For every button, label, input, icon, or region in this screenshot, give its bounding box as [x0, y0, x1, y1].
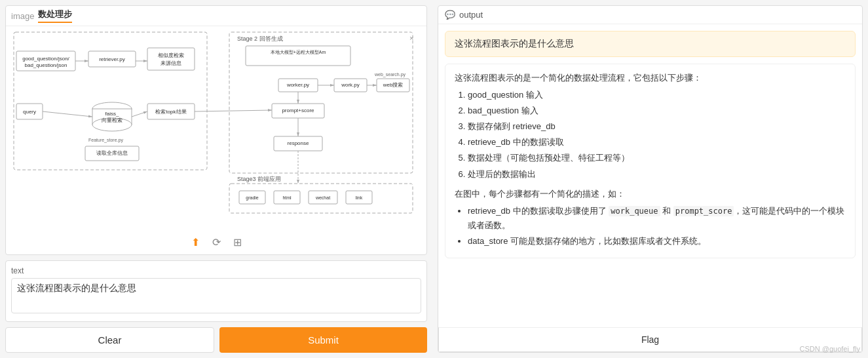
answer-steps: good_question 输入 bad_question 输入 数据存储到 r… [455, 88, 846, 182]
bullet-1: retrieve_db 中的数据读取步骤使用了 work_queue 和 pro… [468, 204, 846, 233]
svg-text:wechat: wechat [315, 195, 330, 200]
svg-text:good_question/json/: good_question/json/ [22, 56, 69, 62]
question-text: 这张流程图表示的是什么意思 [455, 38, 574, 49]
svg-text:html: html [282, 195, 292, 200]
image-content: good_question/json/ bad_question/json re… [6, 26, 426, 254]
button-row: Clear Submit [5, 327, 427, 353]
output-label: output [459, 10, 483, 20]
toolbar-icons: ⬆ ⟳ ⊞ [189, 235, 244, 249]
step-5: 数据处理（可能包括预处理、特征工程等） [468, 151, 846, 165]
svg-text:work.py: work.py [341, 82, 360, 88]
refresh-icon[interactable]: ⟳ [210, 235, 223, 249]
active-tab[interactable]: 数处理步 [38, 9, 72, 23]
output-body[interactable]: 这张流程图表示的是什么意思 这张流程图表示的是一个简化的数据处理流程，它包括以下… [438, 24, 862, 327]
step-1: good_question 输入 [468, 88, 846, 102]
svg-text:来源信息: 来源信息 [160, 60, 181, 66]
svg-line-20 [132, 111, 147, 117]
svg-text:prompt+score: prompt+score [282, 108, 314, 113]
bullet-text-2: data_store 可能是数据存储的地方，比如数据库或者文件系统。 [468, 236, 706, 246]
svg-rect-30 [246, 46, 350, 66]
svg-rect-5 [147, 48, 195, 70]
bullet-2: data_store 可能是数据存储的地方，比如数据库或者文件系统。 [468, 234, 846, 249]
image-area: image 数处理步 good_question/json/ bad_quest… [5, 5, 427, 255]
submit-button[interactable]: Submit [219, 327, 427, 353]
step-4: retrieve_db 中的数据读取 [468, 135, 846, 149]
step-3: 数据存储到 retrieve_db [468, 119, 846, 134]
code-prompt-score: prompt_score [673, 206, 734, 216]
svg-line-43 [195, 110, 272, 111]
svg-text:读取全库信息: 读取全库信息 [96, 150, 128, 156]
svg-text:retriever.py: retriever.py [99, 56, 125, 62]
image-tab[interactable]: image [11, 11, 34, 21]
svg-text:检索topk结果: 检索topk结果 [155, 109, 186, 115]
output-header: 💬 output [438, 6, 862, 24]
answer-intro: 这张流程图表示的是一个简化的数据处理流程，它包括以下步骤： [455, 71, 846, 85]
answer-bubble: 这张流程图表示的是一个简化的数据处理流程，它包括以下步骤： good_quest… [445, 64, 856, 258]
svg-text:Stage 2  回答生成: Stage 2 回答生成 [237, 35, 283, 42]
svg-text:link: link [356, 195, 363, 200]
left-panel: image 数处理步 good_question/json/ bad_quest… [0, 0, 432, 358]
answer-bullets: retrieve_db 中的数据读取步骤使用了 work_queue 和 pro… [455, 204, 846, 249]
bullet-text-1b: 和 [660, 206, 673, 216]
upload-icon[interactable]: ⬆ [189, 235, 202, 249]
question-bubble: 这张流程图表示的是什么意思 [445, 31, 856, 57]
svg-line-17 [43, 111, 92, 117]
svg-text:向量检索: 向量检索 [102, 117, 123, 123]
step-6: 处理后的数据输出 [468, 167, 846, 182]
image-area-header: image 数处理步 [6, 6, 426, 26]
svg-text:web搜索: web搜索 [383, 82, 404, 88]
copy-icon[interactable]: ⊞ [231, 235, 244, 249]
flag-button[interactable]: Flag [438, 327, 862, 352]
svg-text:本地大模型+远程大模型Am: 本地大模型+远程大模型Am [271, 50, 326, 54]
svg-text:worker.py: worker.py [286, 82, 309, 88]
answer-followup: 在图中，每个步骤都有一个简化的描述，如： [455, 187, 846, 201]
svg-text:response: response [288, 140, 309, 146]
svg-text:×: × [409, 34, 413, 42]
svg-text:Feature_store.py: Feature_store.py [88, 138, 123, 143]
svg-text:gradie: gradie [246, 195, 259, 201]
flow-diagram: good_question/json/ bad_question/json re… [11, 31, 421, 215]
text-section: text 这张流程图表示的是什么意思 [5, 260, 427, 322]
svg-text:faiss_: faiss_ [105, 111, 119, 117]
output-container: 💬 output 这张流程图表示的是什么意思 这张流程图表示的是一个简化的数据处… [438, 5, 863, 353]
svg-text:query: query [23, 109, 36, 115]
clear-button[interactable]: Clear [5, 327, 214, 353]
svg-text:相似度检索: 相似度检索 [158, 52, 184, 58]
right-panel: 💬 output 这张流程图表示的是什么意思 这张流程图表示的是一个简化的数据处… [432, 0, 868, 358]
svg-text:bad_question/json: bad_question/json [25, 62, 67, 68]
svg-text:Stage3 前端应用: Stage3 前端应用 [237, 176, 281, 182]
watermark: CSDN @guofei_fly [800, 345, 860, 353]
code-work-queue: work_queue [609, 206, 660, 216]
svg-text:web_search.py: web_search.py [374, 72, 406, 77]
step-2: bad_question 输入 [468, 104, 846, 118]
bullet-text-1: retrieve_db 中的数据读取步骤使用了 [468, 206, 609, 216]
text-input[interactable]: 这张流程图表示的是什么意思 [11, 278, 421, 313]
text-label: text [11, 266, 421, 275]
